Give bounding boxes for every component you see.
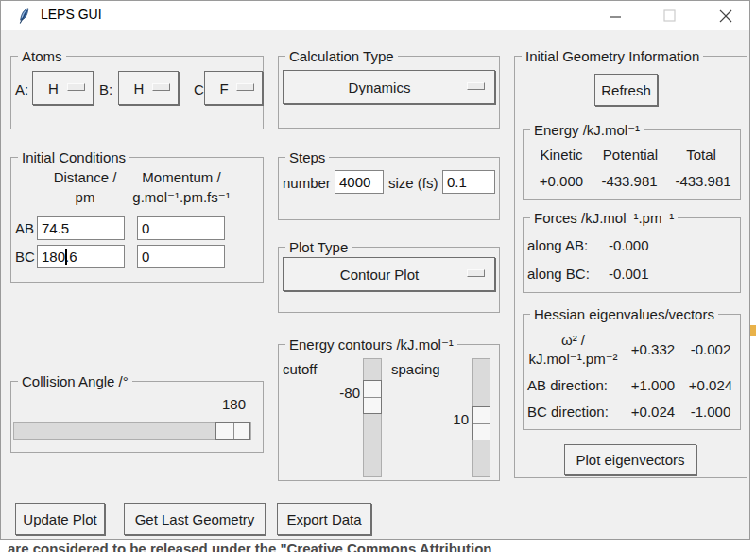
- energy-header-total: Total: [673, 147, 730, 164]
- steps-number-label: number: [283, 175, 331, 192]
- screen: are considered to be released under the …: [0, 0, 756, 552]
- hessian-group: Hessian eigenvalues/vectors ω² / kJ.mol⁻…: [523, 314, 741, 430]
- steps-group: Steps number size (fs): [278, 157, 500, 220]
- momentum-header-line1: Momentum /: [127, 169, 236, 186]
- initial-conditions-label: Initial Conditions: [18, 148, 129, 166]
- text-cursor: [65, 249, 67, 265]
- atom-b-label: B:: [99, 81, 112, 98]
- calculation-type-label: Calculation Type: [285, 47, 398, 65]
- hessian-ab-value2: +0.024: [684, 377, 737, 394]
- collision-angle-slider[interactable]: [13, 422, 251, 440]
- forces-group-label: Forces /kJ.mol⁻¹.pm⁻¹: [530, 209, 678, 227]
- collision-angle-group: Collision Angle /° 180: [10, 381, 264, 453]
- hessian-ab-value1: +1.000: [624, 377, 682, 394]
- bc-momentum-input[interactable]: [137, 245, 225, 268]
- close-icon: [719, 9, 732, 23]
- get-last-geometry-label: Get Last Geometry: [135, 511, 255, 527]
- slider-handle[interactable]: [363, 380, 382, 414]
- minimize-button[interactable]: [593, 1, 637, 30]
- leps-gui-window: LEPS GUI Atoms A:: [0, 0, 750, 540]
- plot-type-group: Plot Type Contour Plot: [278, 247, 500, 313]
- slider-handle[interactable]: [472, 406, 490, 440]
- distance-header-line2: pm: [30, 189, 140, 206]
- row-ab-label: AB: [15, 220, 34, 237]
- cutoff-slider[interactable]: [363, 358, 382, 477]
- bc-distance-input[interactable]: [37, 245, 125, 268]
- collision-angle-value: 180: [210, 396, 246, 413]
- calculation-type-menu[interactable]: Dynamics: [283, 70, 495, 104]
- steps-group-label: Steps: [285, 148, 329, 166]
- energy-group: Energy /kJ.mol⁻¹ Kinetic Potential Total…: [523, 129, 741, 200]
- refresh-button-label: Refresh: [601, 82, 651, 98]
- export-data-button[interactable]: Export Data: [277, 503, 371, 535]
- momentum-header-line2: g.mol⁻¹.pm.fs⁻¹: [127, 189, 236, 206]
- force-bc-value: -0.001: [609, 266, 649, 283]
- maximize-button[interactable]: [647, 1, 691, 30]
- background-accent-marker: [750, 325, 756, 336]
- hessian-omega-line2: kJ.mol⁻¹.pm⁻²: [524, 351, 623, 368]
- window-title: LEPS GUI: [41, 7, 102, 22]
- atoms-group: Atoms A: H B: H C: F: [10, 56, 264, 129]
- energy-contours-group: Energy contours /kJ.mol⁻¹ cutoff -80 spa…: [278, 344, 500, 481]
- energy-contours-label: Energy contours /kJ.mol⁻¹: [285, 336, 457, 354]
- atoms-group-label: Atoms: [18, 47, 66, 65]
- forces-group: Forces /kJ.mol⁻¹.pm⁻¹ along AB: -0.000 a…: [523, 217, 741, 293]
- geometry-info-label: Initial Geometry Information: [522, 47, 703, 65]
- hessian-ab-label: AB direction:: [527, 377, 608, 394]
- hessian-group-label: Hessian eigenvalues/vectors: [530, 305, 718, 323]
- hessian-bc-label: BC direction:: [527, 404, 609, 421]
- plot-type-value: Contour Plot: [284, 267, 475, 283]
- hessian-bc-value2: -1.000: [684, 404, 737, 421]
- plot-type-menu[interactable]: Contour Plot: [283, 257, 495, 291]
- atom-c-menu[interactable]: F: [204, 71, 263, 105]
- background-right-strip: [750, 0, 756, 552]
- slider-handle[interactable]: [215, 422, 250, 440]
- cutoff-label: cutoff: [283, 361, 317, 378]
- energy-group-label: Energy /kJ.mol⁻¹: [530, 121, 644, 139]
- dropdown-indicator-icon: [467, 269, 485, 277]
- background-clipped-text: are considered to be released under the …: [8, 541, 492, 552]
- steps-number-input[interactable]: [335, 170, 384, 194]
- energy-kinetic-value: +0.000: [531, 173, 592, 190]
- plot-eigenvectors-button[interactable]: Plot eigenvectors: [564, 444, 696, 475]
- energy-header-kinetic: Kinetic: [531, 147, 592, 164]
- spacing-slider[interactable]: [472, 358, 490, 477]
- steps-size-input[interactable]: [442, 170, 495, 194]
- export-data-label: Export Data: [286, 511, 361, 527]
- titlebar[interactable]: LEPS GUI: [1, 1, 749, 30]
- ab-momentum-input[interactable]: [137, 216, 225, 240]
- ab-distance-input[interactable]: [37, 216, 125, 240]
- refresh-button[interactable]: Refresh: [594, 74, 658, 106]
- get-last-geometry-button[interactable]: Get Last Geometry: [124, 503, 266, 535]
- collision-angle-label: Collision Angle /°: [18, 372, 132, 390]
- force-ab-label: along AB:: [527, 237, 588, 254]
- maximize-icon: [663, 9, 676, 22]
- update-plot-button[interactable]: Update Plot: [15, 503, 105, 535]
- atom-b-menu[interactable]: H: [118, 71, 179, 105]
- force-bc-label: along BC:: [527, 266, 590, 283]
- close-button[interactable]: [704, 1, 747, 30]
- minimize-icon: [609, 9, 622, 23]
- hessian-omega-value2: -0.002: [684, 341, 737, 358]
- row-bc-label: BC: [15, 249, 35, 266]
- plot-eigenvectors-label: Plot eigenvectors: [576, 452, 684, 468]
- plot-type-label: Plot Type: [285, 238, 352, 256]
- tk-feather-icon: [17, 8, 32, 24]
- distance-header-line1: Distance /: [30, 169, 140, 186]
- initial-conditions-group: Initial Conditions Distance / pm Momentu…: [10, 157, 264, 283]
- hessian-bc-value1: +0.024: [624, 404, 682, 421]
- atom-a-menu[interactable]: H: [32, 71, 94, 105]
- dropdown-indicator-icon: [152, 83, 170, 91]
- steps-size-label: size (fs): [388, 175, 438, 192]
- calculation-type-value: Dynamics: [284, 79, 475, 95]
- calculation-type-group: Calculation Type Dynamics: [278, 56, 500, 129]
- hessian-omega-line1: ω² /: [524, 332, 623, 349]
- dropdown-indicator-icon: [467, 82, 485, 90]
- update-plot-label: Update Plot: [23, 511, 96, 527]
- background-bottom-strip: are considered to be released under the …: [0, 540, 756, 552]
- cutoff-value: -80: [326, 385, 360, 402]
- hessian-omega-value1: +0.332: [624, 341, 682, 358]
- atom-a-label: A:: [15, 81, 28, 98]
- spacing-value: 10: [442, 411, 469, 428]
- geometry-info-group: Initial Geometry Information Refresh Ene…: [514, 56, 747, 478]
